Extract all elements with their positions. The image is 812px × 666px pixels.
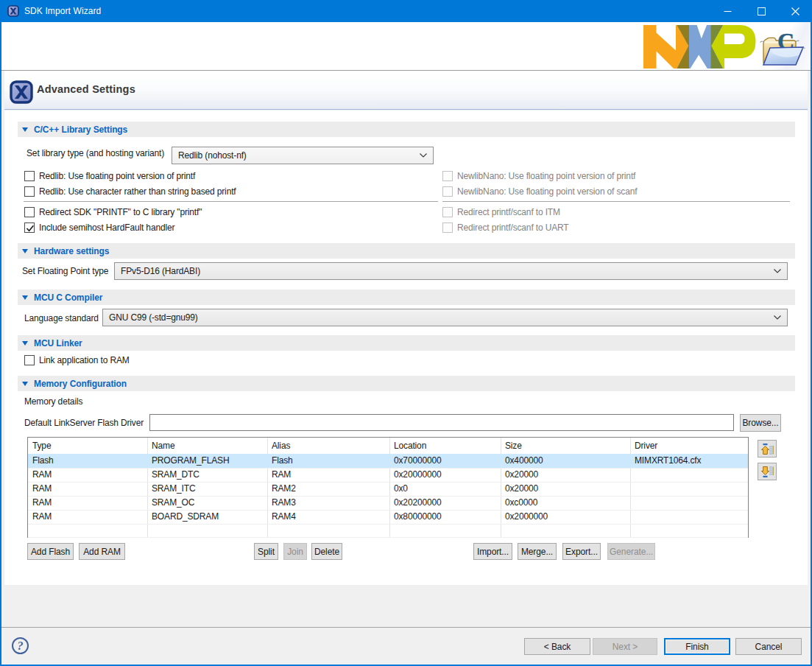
cell-type[interactable]: RAM	[28, 482, 147, 496]
back-button[interactable]: < Back	[524, 638, 590, 655]
cell-name[interactable]: SRAM_ITC	[147, 482, 267, 496]
checkbox-link-to-ram[interactable]: Link application to RAM	[24, 354, 130, 365]
checkbox-newlibnano-float-scanf: NewlibNano: Use floating point version o…	[442, 186, 637, 197]
cell-size[interactable]: 0xc0000	[501, 496, 630, 510]
wizard-brand-area: C	[1, 22, 811, 71]
checkbox-box[interactable]	[24, 186, 35, 197]
cell-alias[interactable]: RAM3	[267, 496, 389, 510]
cell-driver[interactable]	[630, 468, 748, 482]
column-header-driver[interactable]: Driver	[630, 438, 748, 454]
checkbox-redirect-sdk-printf[interactable]: Redirect SDK "PRINTF" to C library "prin…	[24, 206, 202, 217]
table-row[interactable]: RAM SRAM_OC RAM3 0x20200000 0xc0000	[28, 496, 748, 510]
cell-type[interactable]: RAM	[28, 468, 147, 482]
table-row[interactable]: RAM SRAM_DTC RAM 0x20000000 0x20000	[28, 468, 748, 482]
cell-location[interactable]: 0x0	[389, 482, 501, 496]
cell-type[interactable]: Flash	[28, 454, 147, 468]
table-row[interactable]: Flash PROGRAM_FLASH Flash 0x70000000 0x4…	[28, 454, 748, 468]
checkbox-box[interactable]	[24, 355, 35, 365]
split-button[interactable]: Split	[254, 543, 278, 560]
button-label: Merge...	[521, 547, 553, 557]
checkbox-newlibnano-float-printf: NewlibNano: Use floating point version o…	[442, 170, 635, 181]
section-title: MCU Linker	[34, 338, 82, 348]
cell-alias[interactable]: RAM2	[267, 482, 389, 496]
checkbox-box[interactable]	[24, 222, 35, 233]
cell-location[interactable]: 0x20200000	[389, 496, 501, 510]
language-standard-combo[interactable]: GNU C99 (-std=gnu99)	[102, 309, 788, 326]
checkbox-box[interactable]	[24, 171, 35, 181]
checkbox-label: Include semihost HardFault handler	[39, 222, 174, 233]
cell-type[interactable]: RAM	[28, 496, 147, 510]
cell-size[interactable]: 0x20000	[501, 482, 630, 496]
checkbox-label: Redirect SDK "PRINTF" to C library "prin…	[39, 207, 202, 217]
column-header-alias[interactable]: Alias	[267, 438, 389, 454]
checkbox-box	[442, 171, 453, 181]
column-header-name[interactable]: Name	[147, 438, 267, 454]
cell-driver[interactable]	[630, 510, 748, 524]
cell-name[interactable]: SRAM_DTC	[147, 468, 267, 482]
collapse-triangle-icon	[22, 341, 28, 346]
flash-driver-input[interactable]	[149, 414, 734, 431]
table-header-row[interactable]: Type Name Alias Location Size Driver	[28, 438, 748, 454]
move-down-button[interactable]	[758, 463, 777, 480]
table-row[interactable]: RAM SRAM_ITC RAM2 0x0 0x20000	[28, 482, 748, 496]
cell-driver[interactable]: MIMXRT1064.cfx	[630, 454, 748, 468]
cell-size[interactable]: 0x2000000	[501, 510, 630, 524]
checkbox-include-semihost-hardfault[interactable]: Include semihost HardFault handler	[24, 222, 174, 233]
close-button[interactable]	[778, 0, 812, 22]
button-label: Finish	[685, 642, 708, 652]
minimize-button[interactable]	[710, 0, 744, 22]
cell-alias[interactable]: RAM	[267, 468, 389, 482]
section-library-settings[interactable]: C/C++ Library Settings	[18, 122, 795, 137]
section-mcu-linker[interactable]: MCU Linker	[18, 335, 795, 351]
checkbox-box[interactable]	[24, 207, 35, 217]
cell-size[interactable]: 0x20000	[501, 468, 630, 482]
cell-driver[interactable]	[630, 482, 748, 496]
nxp-logo	[643, 25, 756, 69]
add-ram-button[interactable]: Add RAM	[79, 543, 125, 560]
floating-point-value: FPv5-D16 (HardABI)	[121, 266, 200, 276]
add-flash-button[interactable]: Add Flash	[27, 543, 74, 560]
column-header-location[interactable]: Location	[389, 438, 501, 454]
floating-point-combo[interactable]: FPv5-D16 (HardABI)	[114, 262, 788, 280]
checkbox-redlib-char-printf[interactable]: Redlib: Use character rather than string…	[24, 186, 236, 197]
delete-button[interactable]: Delete	[311, 543, 342, 560]
table-row-separator	[28, 537, 748, 538]
cell-driver[interactable]	[630, 496, 748, 510]
button-label: Delete	[314, 547, 339, 557]
button-label: Join	[287, 547, 303, 557]
table-row[interactable]: RAM BOARD_SDRAM RAM4 0x80000000 0x200000…	[28, 510, 748, 524]
floating-point-label: Set Floating Point type	[22, 266, 108, 276]
maximize-button[interactable]	[744, 0, 778, 22]
section-hardware-settings[interactable]: Hardware settings	[18, 243, 795, 259]
cell-name[interactable]: PROGRAM_FLASH	[147, 454, 267, 468]
browse-button[interactable]: Browse...	[740, 414, 781, 432]
checkbox-redlib-float-printf[interactable]: Redlib: Use floating point version of pr…	[24, 170, 195, 181]
cell-type[interactable]: RAM	[28, 510, 147, 524]
cell-alias[interactable]: RAM4	[267, 510, 389, 524]
title-bar[interactable]: SDK Import Wizard	[0, 0, 812, 22]
button-label: Import...	[477, 547, 509, 557]
button-label: Cancel	[755, 642, 783, 652]
cell-location[interactable]: 0x70000000	[389, 454, 501, 468]
cell-name[interactable]: BOARD_SDRAM	[147, 510, 267, 524]
move-up-button[interactable]	[758, 440, 777, 458]
cell-location[interactable]: 0x20000000	[389, 468, 501, 482]
cell-size[interactable]: 0x400000	[501, 454, 630, 468]
checkbox-label: Redlib: Use character rather than string…	[39, 186, 236, 197]
cell-alias[interactable]: Flash	[267, 454, 389, 468]
library-type-combo[interactable]: Redlib (nohost-nf)	[172, 147, 434, 164]
finish-button[interactable]: Finish	[664, 638, 730, 655]
help-button[interactable]: ?	[12, 637, 29, 654]
checkbox-label: Redirect printf/scanf to ITM	[457, 207, 560, 217]
column-header-type[interactable]: Type	[28, 438, 147, 454]
column-header-size[interactable]: Size	[501, 438, 630, 454]
cell-name[interactable]: SRAM_OC	[147, 496, 267, 510]
export-button[interactable]: Export...	[562, 543, 601, 560]
cancel-button[interactable]: Cancel	[735, 638, 802, 655]
section-memory-configuration[interactable]: Memory Configuration	[18, 376, 795, 391]
import-button[interactable]: Import...	[473, 543, 512, 560]
cell-location[interactable]: 0x80000000	[389, 510, 501, 524]
merge-button[interactable]: Merge...	[518, 543, 557, 560]
section-mcu-c-compiler[interactable]: MCU C Compiler	[18, 290, 795, 305]
chevron-down-icon	[774, 269, 781, 273]
